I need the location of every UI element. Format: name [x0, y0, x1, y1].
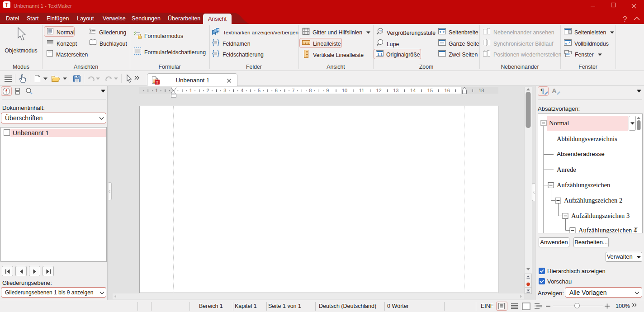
- svg-text:4: 4: [241, 88, 243, 93]
- svg-text:9: 9: [326, 88, 329, 93]
- svg-text:10: 10: [342, 88, 347, 93]
- svg-text:8: 8: [309, 88, 312, 93]
- svg-text:★: ★: [217, 28, 219, 31]
- svg-text:5: 5: [258, 88, 260, 93]
- svg-text:1: 1: [189, 88, 192, 93]
- svg-text:7: 7: [292, 88, 295, 93]
- svg-text:15: 15: [427, 88, 433, 93]
- svg-text:3: 3: [223, 88, 226, 93]
- svg-text:14: 14: [410, 88, 416, 93]
- svg-text:16: 16: [445, 88, 450, 93]
- svg-text:18: 18: [478, 88, 484, 93]
- svg-text:2: 2: [207, 88, 209, 93]
- svg-text:1: 1: [155, 88, 158, 93]
- svg-text:%: %: [379, 29, 382, 33]
- svg-text:13: 13: [393, 88, 398, 93]
- svg-text:6: 6: [275, 88, 278, 93]
- svg-text:1:1: 1:1: [377, 52, 383, 57]
- svg-text:11: 11: [359, 88, 364, 93]
- svg-text:12: 12: [376, 88, 381, 93]
